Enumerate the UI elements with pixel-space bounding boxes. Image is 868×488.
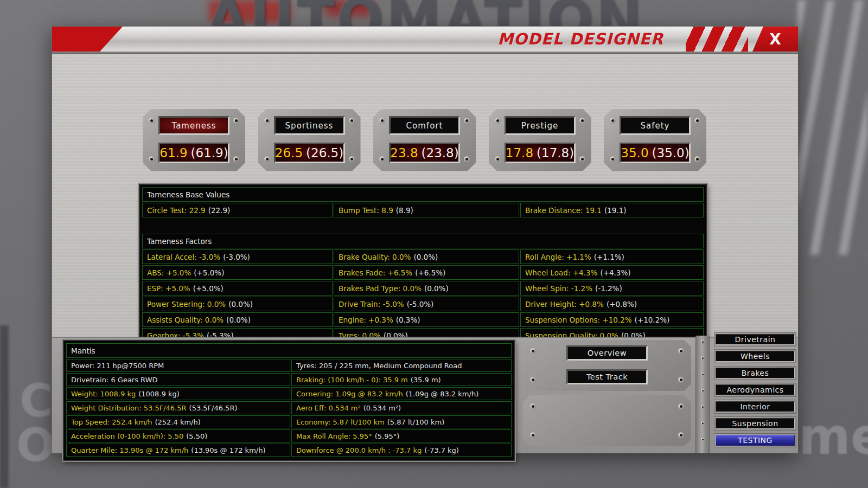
stat-cell: Quarter Mile: 13.90s @ 172 km/h(13.90s @… — [66, 444, 290, 457]
stat-cell: Tyres: 205 / 225 mm, Medium Compound Roa… — [291, 359, 512, 372]
stat-cell: Downforce @ 200.0 km/h : -73.7 kg(-73.7 … — [291, 444, 512, 457]
stat-cell: Aero Eff: 0.534 m²(0.534 m²) — [291, 401, 512, 414]
rivet-icon — [349, 156, 355, 162]
stat-cell: Cornering: 1.09g @ 83.2 km/h(1.09g @ 83.… — [291, 387, 512, 400]
stat-cell: Drivetrain: 6 Gears RWD — [66, 373, 290, 386]
factor-row: Assists Quality: 0.0%(0.0%)Engine: +0.3%… — [142, 312, 704, 327]
stat-label: Sportiness — [274, 116, 345, 135]
background-letter: me — [799, 408, 868, 466]
menu-tab-label: Wheels — [716, 351, 795, 362]
rivet-icon — [610, 118, 616, 124]
car-stat-row: Drivetrain: 6 Gears RWDBraking: (100 km/… — [66, 373, 512, 386]
stat-cell: Weight Distribution: 53.5F/46.5R(53.5F/4… — [66, 401, 290, 414]
stat-cell: Roll Angle: +1.1%(+1.1%) — [520, 249, 704, 264]
main-panel: Tameness61.9(61.9)Sportiness26.5(26.5)Co… — [52, 54, 798, 337]
stat-cell: Weight: 1008.9 kg(1008.9 kg) — [66, 387, 290, 400]
rivet-icon — [349, 118, 355, 124]
stat-cell: Wheel Load: +4.3%(+4.3%) — [520, 265, 704, 280]
stat-cell: ABS: +5.0%(+5.0%) — [142, 265, 333, 280]
stat-cell: Brake Distance: 19.1(19.1) — [520, 203, 704, 217]
menu-tab-interior[interactable]: Interior — [714, 400, 796, 414]
model-designer-window: MODEL DESIGNER X Tameness61.9(61.9)Sport… — [52, 26, 797, 453]
rivet-icon — [530, 377, 536, 383]
stat-value-display: 26.5(26.5) — [274, 143, 345, 163]
menu-tab-label: Brakes — [716, 368, 795, 378]
overview-button[interactable]: Overview — [566, 345, 648, 361]
close-button[interactable]: X — [752, 27, 798, 52]
stat-cell: Max Roll Angle: 5.95°(5.95°) — [291, 429, 512, 442]
stat-cell: Circle Test: 22.9(22.9) — [142, 203, 333, 217]
stat-value-display: 35.0(35.0) — [620, 143, 691, 163]
base-values-row: Circle Test: 22.9(22.9)Bump Test: 8.9(8.… — [142, 203, 704, 217]
rivet-icon — [701, 373, 705, 376]
rivet-icon — [579, 156, 585, 162]
car-stat-row: Power: 211 hp@7500 RPMTyres: 205 / 225 m… — [66, 359, 512, 372]
rivet-icon — [495, 118, 501, 124]
car-stat-row: Weight Distribution: 53.5F/46.5R(53.5F/4… — [66, 401, 512, 414]
menu-tab-label: Drivetrain — [716, 334, 795, 345]
rivet-icon — [264, 118, 270, 124]
stat-cell: Power: 211 hp@7500 RPM — [66, 359, 290, 372]
car-stat-row: Weight: 1008.9 kg(1008.9 kg)Cornering: 1… — [66, 387, 512, 400]
menu-tab-testing[interactable]: TESTING — [714, 433, 796, 447]
menu-tab-suspension[interactable]: Suspension — [714, 416, 796, 431]
stat-value-display: 61.9(61.9) — [158, 143, 229, 163]
rivet-icon — [701, 389, 705, 393]
factor-row: Power Steering: 0.0%(0.0%)Drive Train: -… — [142, 297, 704, 311]
rivet-icon — [678, 348, 684, 354]
factor-row: ESP: +5.0%(+5.0%)Brakes Pad Type: 0.0%(0… — [142, 281, 704, 296]
stat-plaque-tameness[interactable]: Tameness61.9(61.9) — [143, 109, 245, 171]
rivet-icon — [464, 118, 470, 124]
rivet-icon — [701, 340, 705, 344]
stat-cell: Brakes Pad Type: 0.0%(0.0%) — [334, 281, 519, 296]
rivet-icon — [233, 156, 239, 162]
background-window-blinds — [797, 0, 868, 255]
stat-plaque-prestige[interactable]: Prestige17.8(17.8) — [489, 109, 591, 171]
car-stat-row: Quarter Mile: 13.90s @ 172 km/h(13.90s @… — [66, 444, 512, 457]
rivet-icon — [678, 377, 684, 383]
menu-tab-drivetrain[interactable]: Drivetrain — [714, 332, 796, 346]
menu-tab-wheels[interactable]: Wheels — [714, 349, 796, 363]
menu-tab-aerodynamics[interactable]: Aerodynamics — [714, 383, 796, 397]
stat-cell: Top Speed: 252.4 km/h(252.4 km/h) — [66, 415, 290, 428]
stat-cell: Suspension Options: +10.2%(+10.2%) — [520, 312, 704, 327]
rivet-icon — [149, 156, 155, 162]
background-letter: O — [16, 419, 55, 472]
title-red-corner — [52, 27, 128, 52]
stat-cell: Driver Height: +0.8%(+0.8%) — [520, 297, 704, 311]
car-name: Mantis — [66, 343, 512, 358]
stat-cell: Wheel Spin: -1.2%(-1.2%) — [520, 281, 704, 296]
rivet-icon — [694, 156, 700, 162]
menu-tab-label: Interior — [716, 401, 795, 412]
rivet-icon — [530, 432, 536, 438]
rivet-icon — [610, 156, 616, 162]
tameness-detail-table: Tameness Base Values Circle Test: 22.9(2… — [139, 184, 707, 363]
menu-tab-brakes[interactable]: Brakes — [714, 366, 796, 380]
rivet-icon — [579, 118, 585, 124]
rivet-icon — [701, 421, 705, 425]
rivet-icon — [530, 403, 536, 409]
stat-cell: Brakes Fade: +6.5%(+6.5%) — [334, 265, 519, 280]
stat-cell: Economy: 5.87 lt/100 km(5.87 lt/100 km) — [291, 415, 512, 428]
rivet-icon — [149, 118, 155, 124]
screen: AUTOMATION C O me MODEL DESIGNER X Tamen… — [0, 0, 868, 488]
car-stats-rows: Power: 211 hp@7500 RPMTyres: 205 / 225 m… — [66, 359, 512, 457]
stat-cell: Assists Quality: 0.0%(0.0%) — [142, 312, 333, 327]
car-stat-row: Acceleration (0-100 km/h): 5.50(5.50)Max… — [66, 429, 512, 442]
nav-panel: Overview Test Track — [523, 340, 691, 391]
stat-plaque-sportiness[interactable]: Sportiness26.5(26.5) — [258, 109, 361, 171]
stat-label: Prestige — [505, 116, 576, 135]
window-title: MODEL DESIGNER — [497, 27, 663, 52]
stat-plaque-comfort[interactable]: Comfort23.8(23.8) — [373, 109, 476, 171]
car-stat-row: Top Speed: 252.4 km/h(252.4 km/h)Economy… — [66, 415, 512, 428]
menu-tab-label: Suspension — [716, 418, 795, 429]
stat-cell: Bump Test: 8.9(8.9) — [334, 203, 519, 217]
stat-cell: Acceleration (0-100 km/h): 5.50(5.50) — [66, 429, 290, 442]
rivet-icon — [379, 156, 385, 162]
rivet-icon — [233, 118, 239, 124]
test-track-button[interactable]: Test Track — [566, 369, 648, 384]
stat-plaque-safety[interactable]: Safety35.0(35.0) — [604, 109, 706, 171]
rivet-icon — [495, 156, 501, 162]
design-tab-menu: DrivetrainWheelsBrakesAerodynamicsInteri… — [714, 332, 796, 450]
rivet-icon — [678, 403, 684, 409]
